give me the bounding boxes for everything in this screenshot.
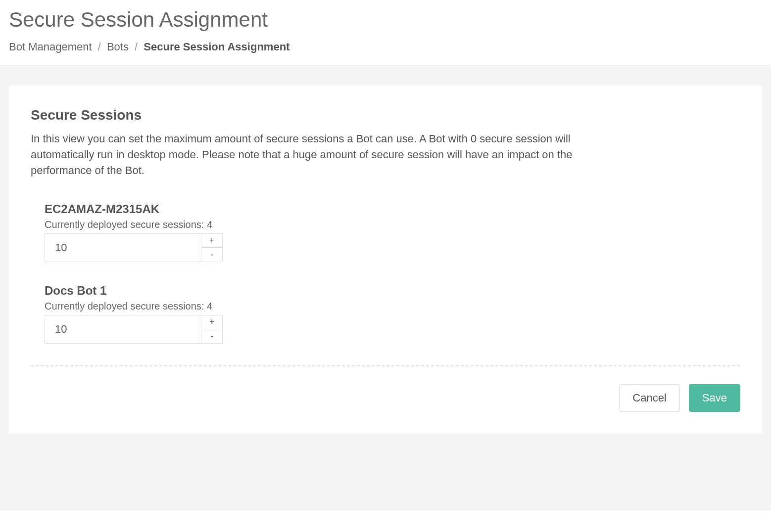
decrement-button[interactable]: - — [201, 247, 223, 262]
bot-block: Docs Bot 1 Currently deployed secure ses… — [45, 284, 740, 344]
decrement-button[interactable]: - — [201, 329, 223, 344]
breadcrumb-current: Secure Session Assignment — [144, 41, 289, 53]
session-stepper: + - — [45, 315, 223, 344]
secure-sessions-panel: Secure Sessions In this view you can set… — [9, 86, 762, 434]
bot-deployed-sessions: Currently deployed secure sessions: 4 — [45, 219, 740, 230]
session-stepper: + - — [45, 233, 223, 262]
session-count-input[interactable] — [45, 233, 201, 262]
breadcrumb-bots[interactable]: Bots — [107, 41, 129, 53]
section-title: Secure Sessions — [31, 107, 740, 123]
page-title: Secure Session Assignment — [9, 8, 762, 32]
breadcrumb-bot-management[interactable]: Bot Management — [9, 41, 92, 53]
save-button[interactable]: Save — [689, 384, 740, 412]
bot-block: EC2AMAZ-M2315AK Currently deployed secur… — [45, 202, 740, 262]
page-header: Secure Session Assignment Bot Management… — [0, 0, 771, 66]
increment-button[interactable]: + — [201, 315, 223, 329]
session-count-input[interactable] — [45, 315, 201, 344]
breadcrumb-separator: / — [98, 41, 101, 53]
content-area: Secure Sessions In this view you can set… — [0, 66, 771, 511]
increment-button[interactable]: + — [201, 233, 223, 248]
divider — [31, 365, 740, 366]
breadcrumb: Bot Management / Bots / Secure Session A… — [9, 41, 762, 53]
bot-name: EC2AMAZ-M2315AK — [45, 202, 740, 216]
section-description: In this view you can set the maximum amo… — [31, 131, 615, 178]
bot-deployed-sessions: Currently deployed secure sessions: 4 — [45, 301, 740, 312]
bot-name: Docs Bot 1 — [45, 284, 740, 298]
cancel-button[interactable]: Cancel — [619, 384, 679, 412]
breadcrumb-separator: / — [135, 41, 138, 53]
footer-actions: Cancel Save — [31, 384, 740, 412]
